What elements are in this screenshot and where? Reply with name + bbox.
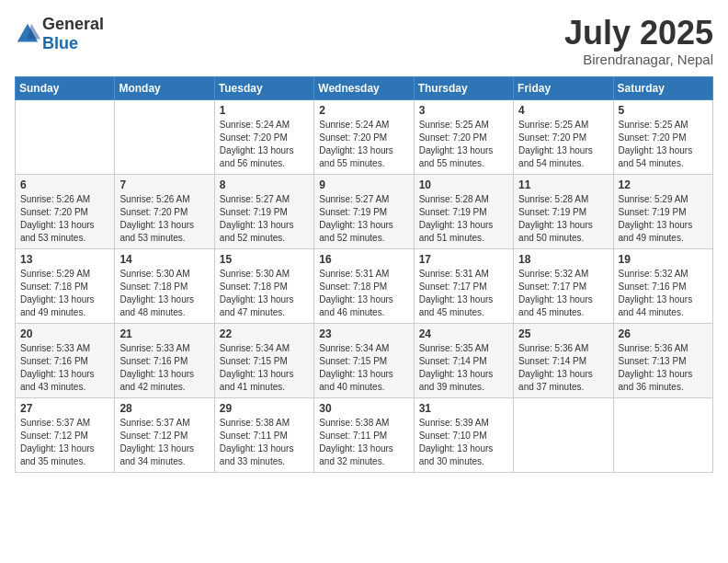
calendar-week-row: 1Sunrise: 5:24 AM Sunset: 7:20 PM Daylig… [16,99,713,174]
day-number: 18 [518,253,608,266]
calendar-day-cell: 11Sunrise: 5:28 AM Sunset: 7:19 PM Dayli… [514,174,613,248]
day-info: Sunrise: 5:38 AM Sunset: 7:11 PM Dayligh… [319,417,408,468]
day-info: Sunrise: 5:30 AM Sunset: 7:18 PM Dayligh… [119,268,209,319]
month-title: July 2025 [564,15,713,52]
location-subtitle: Birendranagar, Nepal [564,52,713,67]
day-number: 30 [319,402,408,415]
calendar-day-cell [514,397,613,472]
day-number: 14 [119,253,209,266]
day-number: 10 [419,178,508,191]
calendar-day-cell: 15Sunrise: 5:30 AM Sunset: 7:18 PM Dayli… [214,248,313,323]
calendar-day-cell: 23Sunrise: 5:34 AM Sunset: 7:15 PM Dayli… [314,323,414,397]
day-info: Sunrise: 5:32 AM Sunset: 7:16 PM Dayligh… [619,268,708,319]
day-number: 24 [419,327,508,340]
calendar-day-cell: 10Sunrise: 5:28 AM Sunset: 7:19 PM Dayli… [414,174,513,248]
weekday-header-cell: Sunday [16,76,115,99]
calendar-day-cell: 30Sunrise: 5:38 AM Sunset: 7:11 PM Dayli… [314,397,414,472]
day-number: 28 [119,402,209,415]
day-number: 29 [220,402,309,415]
day-number: 27 [20,402,109,415]
logo: General Blue [15,15,104,53]
calendar-day-cell: 5Sunrise: 5:25 AM Sunset: 7:20 PM Daylig… [613,99,712,174]
day-info: Sunrise: 5:24 AM Sunset: 7:20 PM Dayligh… [319,119,408,170]
logo-text-general: General [42,15,104,33]
day-info: Sunrise: 5:25 AM Sunset: 7:20 PM Dayligh… [518,119,608,170]
day-info: Sunrise: 5:28 AM Sunset: 7:19 PM Dayligh… [518,193,608,245]
calendar-day-cell [16,99,115,174]
calendar-day-cell: 14Sunrise: 5:30 AM Sunset: 7:18 PM Dayli… [115,248,214,323]
page-header: General Blue July 2025 Birendranagar, Ne… [15,15,713,67]
weekday-header-cell: Wednesday [314,76,414,99]
day-info: Sunrise: 5:25 AM Sunset: 7:20 PM Dayligh… [419,119,508,170]
day-info: Sunrise: 5:39 AM Sunset: 7:10 PM Dayligh… [419,417,508,468]
day-number: 16 [319,253,408,266]
day-info: Sunrise: 5:30 AM Sunset: 7:18 PM Dayligh… [220,268,309,319]
weekday-header-row: SundayMondayTuesdayWednesdayThursdayFrid… [16,76,713,99]
day-number: 17 [419,253,508,266]
logo-icon [15,21,40,47]
calendar-day-cell: 4Sunrise: 5:25 AM Sunset: 7:20 PM Daylig… [514,99,613,174]
day-info: Sunrise: 5:33 AM Sunset: 7:16 PM Dayligh… [20,342,109,394]
day-info: Sunrise: 5:31 AM Sunset: 7:17 PM Dayligh… [419,268,508,319]
day-info: Sunrise: 5:31 AM Sunset: 7:18 PM Dayligh… [319,268,408,319]
day-number: 19 [619,253,708,266]
calendar-day-cell: 17Sunrise: 5:31 AM Sunset: 7:17 PM Dayli… [414,248,513,323]
calendar-day-cell: 1Sunrise: 5:24 AM Sunset: 7:20 PM Daylig… [214,99,313,174]
day-info: Sunrise: 5:36 AM Sunset: 7:13 PM Dayligh… [619,342,708,394]
day-number: 31 [419,402,508,415]
day-number: 8 [220,178,309,191]
day-info: Sunrise: 5:27 AM Sunset: 7:19 PM Dayligh… [220,193,309,245]
day-info: Sunrise: 5:33 AM Sunset: 7:16 PM Dayligh… [119,342,209,394]
day-info: Sunrise: 5:28 AM Sunset: 7:19 PM Dayligh… [419,193,508,245]
day-info: Sunrise: 5:26 AM Sunset: 7:20 PM Dayligh… [119,193,209,245]
calendar-day-cell: 8Sunrise: 5:27 AM Sunset: 7:19 PM Daylig… [214,174,313,248]
calendar-body: 1Sunrise: 5:24 AM Sunset: 7:20 PM Daylig… [16,99,713,472]
day-number: 20 [20,327,109,340]
calendar-day-cell: 20Sunrise: 5:33 AM Sunset: 7:16 PM Dayli… [16,323,115,397]
day-info: Sunrise: 5:34 AM Sunset: 7:15 PM Dayligh… [220,342,309,394]
title-block: July 2025 Birendranagar, Nepal [564,15,713,67]
weekday-header-cell: Tuesday [214,76,313,99]
calendar-day-cell: 16Sunrise: 5:31 AM Sunset: 7:18 PM Dayli… [314,248,414,323]
calendar-table: SundayMondayTuesdayWednesdayThursdayFrid… [15,76,713,473]
day-info: Sunrise: 5:24 AM Sunset: 7:20 PM Dayligh… [220,119,309,170]
day-info: Sunrise: 5:34 AM Sunset: 7:15 PM Dayligh… [319,342,408,394]
calendar-day-cell: 13Sunrise: 5:29 AM Sunset: 7:18 PM Dayli… [16,248,115,323]
calendar-day-cell: 29Sunrise: 5:38 AM Sunset: 7:11 PM Dayli… [214,397,313,472]
calendar-day-cell: 26Sunrise: 5:36 AM Sunset: 7:13 PM Dayli… [613,323,712,397]
weekday-header-cell: Monday [115,76,214,99]
day-info: Sunrise: 5:29 AM Sunset: 7:19 PM Dayligh… [619,193,708,245]
calendar-week-row: 13Sunrise: 5:29 AM Sunset: 7:18 PM Dayli… [16,248,713,323]
day-info: Sunrise: 5:37 AM Sunset: 7:12 PM Dayligh… [20,417,109,468]
day-info: Sunrise: 5:35 AM Sunset: 7:14 PM Dayligh… [419,342,508,394]
calendar-day-cell: 2Sunrise: 5:24 AM Sunset: 7:20 PM Daylig… [314,99,414,174]
calendar-day-cell: 9Sunrise: 5:27 AM Sunset: 7:19 PM Daylig… [314,174,414,248]
logo-text-blue: Blue [42,34,78,52]
calendar-day-cell [115,99,214,174]
calendar-day-cell: 18Sunrise: 5:32 AM Sunset: 7:17 PM Dayli… [514,248,613,323]
day-info: Sunrise: 5:36 AM Sunset: 7:14 PM Dayligh… [518,342,608,394]
calendar-day-cell: 21Sunrise: 5:33 AM Sunset: 7:16 PM Dayli… [115,323,214,397]
calendar-day-cell: 6Sunrise: 5:26 AM Sunset: 7:20 PM Daylig… [16,174,115,248]
day-info: Sunrise: 5:26 AM Sunset: 7:20 PM Dayligh… [20,193,109,245]
day-number: 2 [319,104,408,117]
weekday-header-cell: Saturday [613,76,712,99]
day-info: Sunrise: 5:29 AM Sunset: 7:18 PM Dayligh… [20,268,109,319]
day-number: 4 [518,104,608,117]
calendar-day-cell: 7Sunrise: 5:26 AM Sunset: 7:20 PM Daylig… [115,174,214,248]
day-number: 22 [220,327,309,340]
day-number: 23 [319,327,408,340]
calendar-day-cell [613,397,712,472]
day-info: Sunrise: 5:27 AM Sunset: 7:19 PM Dayligh… [319,193,408,245]
calendar-day-cell: 25Sunrise: 5:36 AM Sunset: 7:14 PM Dayli… [514,323,613,397]
calendar-week-row: 6Sunrise: 5:26 AM Sunset: 7:20 PM Daylig… [16,174,713,248]
day-number: 25 [518,327,608,340]
day-number: 5 [619,104,708,117]
calendar-day-cell: 27Sunrise: 5:37 AM Sunset: 7:12 PM Dayli… [16,397,115,472]
weekday-header-cell: Thursday [414,76,513,99]
calendar-day-cell: 24Sunrise: 5:35 AM Sunset: 7:14 PM Dayli… [414,323,513,397]
day-info: Sunrise: 5:32 AM Sunset: 7:17 PM Dayligh… [518,268,608,319]
day-number: 9 [319,178,408,191]
day-info: Sunrise: 5:37 AM Sunset: 7:12 PM Dayligh… [119,417,209,468]
calendar-day-cell: 22Sunrise: 5:34 AM Sunset: 7:15 PM Dayli… [214,323,313,397]
